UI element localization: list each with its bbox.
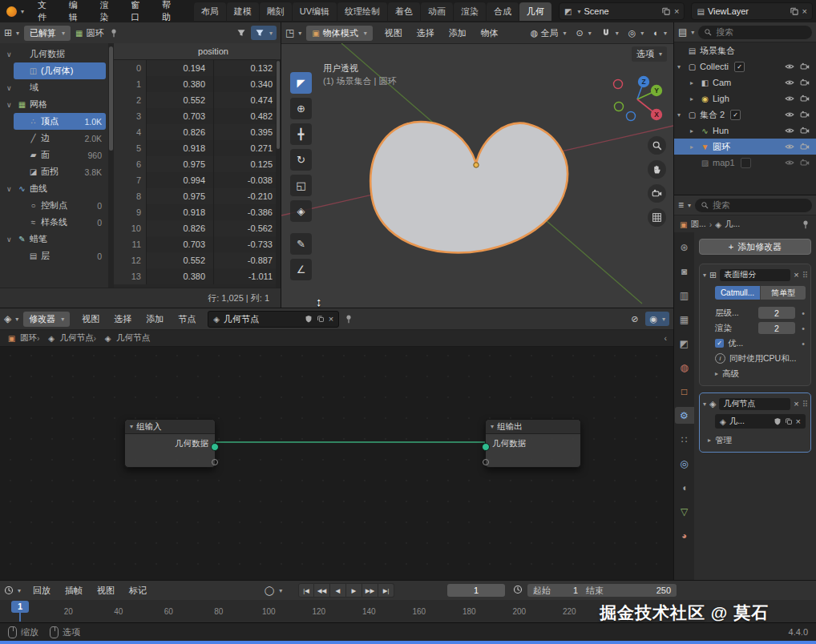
close-icon[interactable]: × <box>674 6 679 16</box>
menu-item[interactable]: 选择 <box>410 27 442 39</box>
dataset-row[interactable]: 层 0 <box>14 248 106 264</box>
search-input[interactable] <box>713 200 806 210</box>
tool-button[interactable]: ∠ <box>290 259 312 280</box>
table-row[interactable]: 6 0.975 0.125 <box>114 156 281 172</box>
evaluation-mode-dropdown[interactable]: 已解算▾ <box>24 26 71 41</box>
breadcrumb-item[interactable]: 圆环 <box>6 332 37 344</box>
breadcrumb-item[interactable]: 几何节点 <box>94 332 151 344</box>
tool-button[interactable]: ◈ <box>290 200 312 222</box>
eye-icon[interactable] <box>785 62 794 71</box>
camera-view-icon[interactable] <box>648 184 666 203</box>
breadcrumb-modifier[interactable]: 几... <box>725 219 740 230</box>
table-scrollbar[interactable] <box>276 59 281 288</box>
modifier-menu-icon[interactable]: ⠿ <box>802 271 807 280</box>
expand-icon[interactable] <box>677 63 685 70</box>
expand-icon[interactable]: ▾ <box>703 272 706 279</box>
blender-menu-button[interactable]: ▾ <box>0 6 30 17</box>
virtual-socket[interactable] <box>212 459 218 465</box>
dataset-row[interactable]: 蜡笔 <box>2 231 106 248</box>
workspace-tab[interactable]: 几何 <box>519 2 551 21</box>
menu-item[interactable]: 标记 <box>122 585 154 597</box>
eye-icon[interactable] <box>785 110 794 119</box>
table-row[interactable]: 7 0.994 -0.038 <box>114 172 281 188</box>
pivot-point-dropdown[interactable]: ⊙▾ <box>573 28 593 38</box>
render-visibility-icon[interactable] <box>800 78 810 87</box>
transport-button[interactable]: ◀ <box>330 583 346 598</box>
filter-toggle-button[interactable]: ▾ <box>251 26 277 40</box>
node-header[interactable]: ▾ 组输出 <box>486 420 580 434</box>
optimal-display-checkbox[interactable]: ✓ <box>715 339 724 348</box>
table-row[interactable]: 8 0.975 -0.210 <box>114 188 281 204</box>
levels-render-field[interactable]: 2 <box>758 322 795 334</box>
table-row[interactable]: 9 0.918 -0.386 <box>114 204 281 220</box>
transport-button[interactable]: ▶▶ <box>362 583 378 598</box>
dataset-row[interactable]: 几何数据 <box>2 46 106 62</box>
unlink-icon[interactable]: × <box>329 314 333 324</box>
current-frame-field[interactable]: 1 <box>447 584 505 597</box>
column-header-position[interactable]: position <box>146 43 281 59</box>
modifier-name-field[interactable]: 表面细分 <box>720 269 790 281</box>
workspace-tab[interactable]: 合成 <box>487 2 519 21</box>
copy-icon[interactable] <box>317 315 325 323</box>
delete-modifier-icon[interactable]: × <box>794 270 798 280</box>
auto-keying-toggle[interactable]: ◯▾ <box>265 586 282 596</box>
expand-icon[interactable] <box>690 95 697 103</box>
delete-modifier-icon[interactable]: × <box>794 399 798 409</box>
table-row[interactable]: 2 0.552 0.474 <box>114 92 281 108</box>
menu-item[interactable]: 视图 <box>90 585 122 597</box>
dataset-row[interactable]: 面拐 3.8K <box>14 163 106 180</box>
playhead[interactable]: 1 <box>11 601 29 622</box>
dataset-row[interactable]: 样条线 0 <box>14 214 106 231</box>
workspace-tab[interactable]: 雕刻 <box>260 2 292 21</box>
workspace-tab[interactable]: 纹理绘制 <box>337 2 387 21</box>
transform-orientation-dropdown[interactable]: ◍ 全局▾ <box>528 27 569 39</box>
geometry-input-socket[interactable] <box>482 443 490 451</box>
menu-item[interactable]: 窗口 <box>123 0 155 23</box>
table-row[interactable]: 12 0.552 -0.887 <box>114 252 281 268</box>
dataset-row[interactable]: 面 960 <box>14 147 106 163</box>
node-editor-type-button[interactable]: ◈▾ <box>4 313 18 324</box>
node-tree-selector[interactable]: ◈ 几何节点 × <box>208 311 339 328</box>
menu-item[interactable]: 选择 <box>107 313 139 325</box>
properties-tab[interactable] <box>675 383 694 400</box>
timeline-editor-type-button[interactable]: ▾ <box>4 586 21 595</box>
eye-icon[interactable] <box>785 94 794 103</box>
outliner-row[interactable]: Collecti <box>674 58 816 74</box>
copy-icon[interactable] <box>790 6 799 16</box>
properties-tab[interactable] <box>675 527 694 544</box>
menu-item[interactable]: 文件 <box>30 0 62 23</box>
simple-button[interactable]: 简单型 <box>761 286 806 300</box>
fake-user-shield-icon[interactable] <box>774 417 782 425</box>
properties-tab[interactable] <box>675 287 694 304</box>
virtual-socket[interactable] <box>483 459 489 465</box>
properties-tab[interactable] <box>675 359 694 376</box>
close-icon[interactable]: × <box>802 6 807 16</box>
menu-item[interactable]: 添加 <box>139 313 171 325</box>
geometry-output-socket[interactable] <box>211 443 219 451</box>
viewport-editor-type-button[interactable]: ◳▾ <box>285 27 301 38</box>
filter-icon[interactable] <box>236 28 246 38</box>
fake-user-shield-icon[interactable] <box>305 315 313 323</box>
expand-icon[interactable] <box>690 79 697 87</box>
copy-icon[interactable] <box>785 417 793 425</box>
outliner-row[interactable]: Hun <box>674 123 816 139</box>
menu-item[interactable]: 视图 <box>75 313 107 325</box>
menu-item[interactable]: 节点 <box>171 313 203 325</box>
table-row[interactable]: 1 0.380 0.340 <box>114 76 281 92</box>
dataset-row[interactable]: 网格 <box>2 96 106 113</box>
selectable-checkbox[interactable] <box>730 110 741 120</box>
ortho-grid-icon[interactable] <box>648 208 666 227</box>
mode-dropdown[interactable]: ▣ 物体模式▾ <box>306 26 372 41</box>
eye-icon[interactable] <box>785 142 794 151</box>
properties-tab[interactable] <box>675 407 694 424</box>
tool-button[interactable]: ╋ <box>290 123 312 145</box>
tool-button[interactable]: ✎ <box>290 233 312 255</box>
menu-item[interactable]: 插帧 <box>58 585 90 597</box>
menu-item[interactable]: 编辑 <box>62 0 93 23</box>
outliner-row[interactable]: 圆环 <box>674 139 816 155</box>
properties-tab[interactable] <box>675 335 694 352</box>
node-tree-field[interactable]: ◈ 几... × <box>715 414 806 429</box>
collapse-icon[interactable]: ▾ <box>130 423 133 430</box>
overlays-toggle[interactable]: ◉▾ <box>645 312 669 326</box>
properties-editor-type-button[interactable]: ≡▾ <box>678 199 691 211</box>
